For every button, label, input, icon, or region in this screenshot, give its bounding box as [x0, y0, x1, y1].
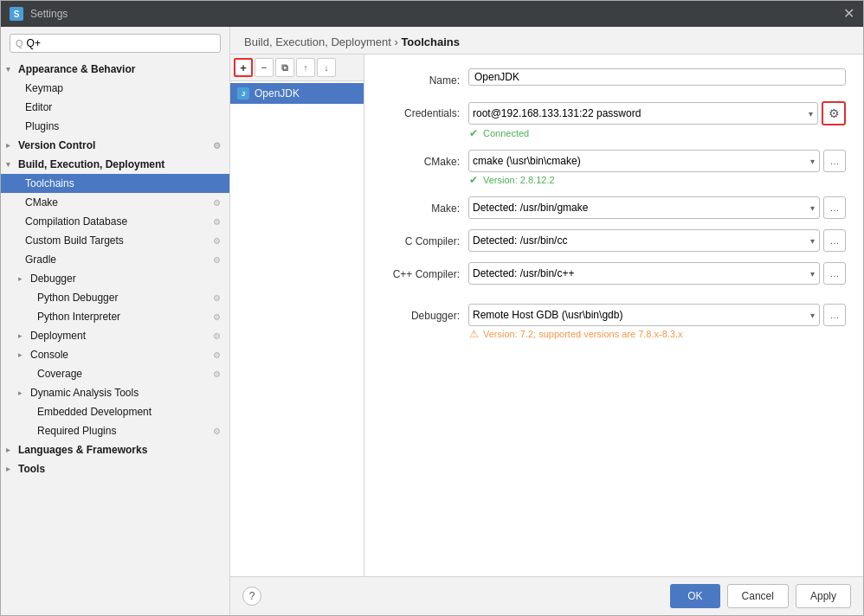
- chevron-icon: [18, 350, 27, 359]
- settings-icon: ⚙: [213, 331, 221, 341]
- credentials-label: Credentials:: [382, 101, 468, 121]
- credentials-input-row: root@192.168.133.131:22 password ⚙: [468, 101, 846, 125]
- cmake-input-row: cmake (\usr\bin\cmake) …: [468, 150, 846, 172]
- sidebar-item-toolchains[interactable]: Toolchains: [1, 174, 229, 193]
- name-input[interactable]: [468, 68, 846, 86]
- window-title: Settings: [30, 8, 68, 20]
- settings-icon: ⚙: [213, 427, 221, 436]
- name-row: Name:: [382, 68, 846, 93]
- credentials-gear-button[interactable]: ⚙: [822, 101, 846, 125]
- c-compiler-browse-button[interactable]: …: [823, 229, 846, 252]
- title-bar-left: S Settings: [10, 7, 68, 21]
- search-box[interactable]: Q: [10, 34, 221, 53]
- breadcrumb-part1: Build, Execution, Deployment: [244, 35, 391, 48]
- sidebar-item-label: CMake: [25, 196, 58, 209]
- name-label: Name:: [382, 68, 468, 88]
- apply-button[interactable]: Apply: [796, 584, 851, 608]
- search-input[interactable]: [27, 37, 215, 49]
- sidebar-item-python-debugger[interactable]: Python Debugger ⚙: [1, 288, 229, 307]
- help-label: ?: [249, 590, 255, 602]
- cpp-compiler-input-row: Detected: /usr/bin/c++ …: [468, 262, 846, 285]
- cmake-status-text: Version: 2.8.12.2: [483, 175, 555, 185]
- sidebar-item-build-exec-deploy[interactable]: Build, Execution, Deployment: [1, 155, 229, 174]
- toolchain-item[interactable]: J OpenJDK: [230, 83, 364, 104]
- debugger-label: Debugger:: [382, 304, 468, 324]
- cancel-button[interactable]: Cancel: [727, 584, 789, 608]
- copy-toolchain-button[interactable]: ⧉: [275, 58, 294, 77]
- sidebar-item-coverage[interactable]: Coverage ⚙: [1, 364, 229, 383]
- settings-window: S Settings ✕ Q Appearance & Behavior Key…: [0, 0, 864, 616]
- content-area: Q Appearance & Behavior Keymap Editor Pl…: [1, 27, 863, 615]
- credentials-select-wrap: root@192.168.133.131:22 password: [468, 102, 818, 125]
- make-select-wrap: Detected: /usr/bin/gmake: [468, 196, 820, 219]
- sidebar-item-label: Debugger: [30, 273, 76, 285]
- toolchains-list-area: + − ⧉ ↑ ↓ J OpenJDK: [230, 55, 364, 576]
- move-up-button[interactable]: ↑: [296, 58, 315, 77]
- sidebar-item-dynamic-analysis[interactable]: Dynamic Analysis Tools: [1, 383, 229, 402]
- make-select[interactable]: Detected: /usr/bin/gmake: [468, 196, 820, 219]
- sidebar-item-python-interpreter[interactable]: Python Interpreter ⚙: [1, 307, 229, 326]
- settings-icon: ⚙: [213, 198, 221, 208]
- help-button[interactable]: ?: [242, 587, 261, 606]
- make-browse-button[interactable]: …: [823, 196, 846, 219]
- cmake-ok-icon: ✔: [468, 175, 479, 185]
- debugger-row: Debugger: Remote Host GDB (\usr\bin\gdb)…: [382, 304, 846, 342]
- ok-button[interactable]: OK: [670, 584, 719, 608]
- cmake-status: ✔ Version: 2.8.12.2: [468, 174, 846, 188]
- c-compiler-row: C Compiler: Detected: /usr/bin/cc …: [382, 229, 846, 253]
- sidebar-item-appearance[interactable]: Appearance & Behavior: [1, 60, 229, 79]
- credentials-status: ✔ Connected: [468, 127, 846, 141]
- breadcrumb: Build, Execution, Deployment › Toolchain…: [230, 27, 863, 55]
- c-compiler-select[interactable]: Detected: /usr/bin/cc: [468, 229, 820, 252]
- sidebar-item-label: Dynamic Analysis Tools: [30, 387, 139, 399]
- sidebar-item-editor[interactable]: Editor: [1, 98, 229, 117]
- credentials-select[interactable]: root@192.168.133.131:22 password: [468, 102, 818, 125]
- sidebar-item-deployment[interactable]: Deployment ⚙: [1, 326, 229, 345]
- debugger-input-row: Remote Host GDB (\usr\bin\gdb) …: [468, 304, 846, 326]
- chevron-icon: [6, 465, 15, 473]
- sidebar-item-plugins[interactable]: Plugins: [1, 117, 229, 136]
- credentials-row: Credentials: root@192.168.133.131:22 pas…: [382, 101, 846, 141]
- cmake-select[interactable]: cmake (\usr\bin\cmake): [468, 150, 820, 172]
- sidebar-item-label: Languages & Frameworks: [18, 444, 147, 456]
- cmake-control: cmake (\usr\bin\cmake) … ✔ Version: 2.8.…: [468, 150, 846, 188]
- sidebar-item-debugger[interactable]: Debugger: [1, 269, 229, 288]
- sidebar-item-label: Toolchains: [25, 177, 74, 189]
- sidebar-item-compilation-db[interactable]: Compilation Database ⚙: [1, 212, 229, 231]
- sidebar-item-console[interactable]: Console ⚙: [1, 345, 229, 364]
- cpp-compiler-select[interactable]: Detected: /usr/bin/c++: [468, 262, 820, 285]
- sidebar-item-keymap[interactable]: Keymap: [1, 79, 229, 98]
- sidebar-item-label: Python Debugger: [37, 292, 118, 304]
- debugger-browse-button[interactable]: …: [823, 304, 846, 326]
- sidebar-item-languages-frameworks[interactable]: Languages & Frameworks: [1, 440, 229, 459]
- sidebar-item-embedded-dev[interactable]: Embedded Development: [1, 402, 229, 421]
- sidebar-item-version-control[interactable]: Version Control ⚙: [1, 136, 229, 155]
- footer: ? OK Cancel Apply: [230, 576, 863, 615]
- sidebar-item-gradle[interactable]: Gradle ⚙: [1, 250, 229, 269]
- sidebar-item-cmake[interactable]: CMake ⚙: [1, 193, 229, 212]
- chevron-icon: [6, 65, 15, 74]
- cmake-browse-button[interactable]: …: [823, 150, 846, 172]
- breadcrumb-part2: Toolchains: [401, 35, 460, 48]
- toolchains-list: J OpenJDK: [230, 81, 364, 576]
- move-down-button[interactable]: ↓: [317, 58, 336, 77]
- chevron-icon: [6, 446, 15, 454]
- c-compiler-input-row: Detected: /usr/bin/cc …: [468, 229, 846, 252]
- sidebar-item-required-plugins[interactable]: Required Plugins ⚙: [1, 421, 229, 440]
- sidebar-item-label: Gradle: [25, 253, 56, 266]
- settings-icon: ⚙: [213, 293, 221, 303]
- panel-body: + − ⧉ ↑ ↓ J OpenJDK: [230, 55, 863, 576]
- make-control: Detected: /usr/bin/gmake …: [468, 196, 846, 219]
- sidebar-item-label: Python Interpreter: [37, 311, 120, 323]
- close-icon[interactable]: ✕: [843, 7, 854, 21]
- sidebar-item-custom-build-targets[interactable]: Custom Build Targets ⚙: [1, 231, 229, 250]
- debugger-select[interactable]: Remote Host GDB (\usr\bin\gdb): [468, 304, 820, 326]
- sidebar-item-label: Custom Build Targets: [25, 234, 124, 247]
- list-toolbar: + − ⧉ ↑ ↓: [230, 55, 364, 81]
- sidebar-item-tools[interactable]: Tools: [1, 459, 229, 478]
- add-toolchain-button[interactable]: +: [234, 58, 253, 77]
- sidebar-item-label: Deployment: [30, 330, 86, 342]
- cpp-compiler-browse-button[interactable]: …: [823, 262, 846, 285]
- chevron-icon: [6, 160, 15, 169]
- remove-toolchain-button[interactable]: −: [255, 58, 274, 77]
